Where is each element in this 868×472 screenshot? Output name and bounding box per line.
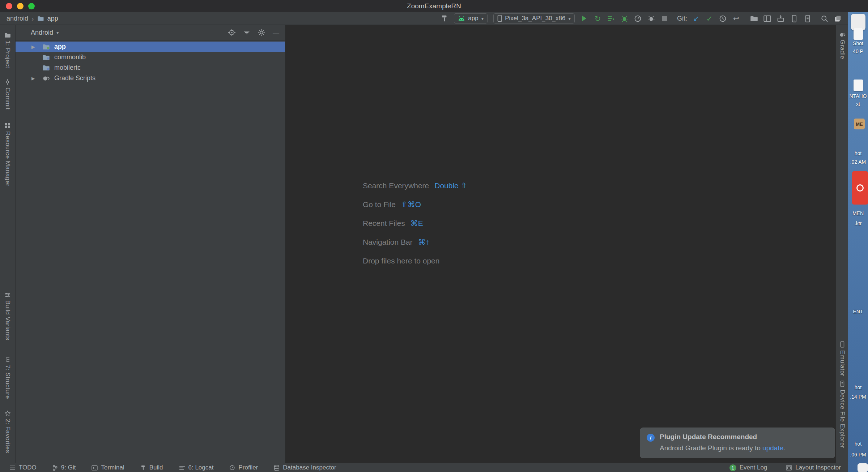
desktop-file-icon[interactable]	[854, 28, 863, 40]
breadcrumb-project[interactable]: android	[7, 15, 28, 22]
tool-stripe-build-variants[interactable]: Build Variants	[4, 292, 11, 340]
layout-editor-button[interactable]	[761, 13, 774, 24]
git-section-label: Git:	[677, 15, 687, 22]
desktop-app-icon[interactable]: ME	[854, 119, 865, 129]
project-panel-header: Android ▾ —	[16, 25, 285, 40]
android-studio-window: android › app app ▾ Pixel_	[0, 12, 848, 472]
profiler-tool-button[interactable]: Profiler	[229, 464, 258, 471]
tool-stripe-label: 7: Structure	[4, 365, 11, 399]
collapse-all-button[interactable]	[243, 29, 250, 36]
tree-row-gradle-scripts[interactable]: ▶ Gradle Scripts	[16, 73, 285, 83]
expand-arrow-icon[interactable]: ▶	[31, 76, 42, 81]
sdk-manager-button[interactable]	[774, 13, 787, 24]
project-tree: ▶ app commonlib	[16, 40, 285, 83]
tool-stripe-emulator[interactable]: Emulator	[839, 341, 846, 376]
tree-row-label: app	[54, 43, 66, 51]
build-hammer-icon[interactable]	[438, 13, 451, 24]
apply-code-changes-button[interactable]	[604, 13, 618, 24]
hide-panel-button[interactable]: —	[273, 29, 279, 37]
build-tool-button[interactable]: Build	[140, 464, 163, 471]
todo-tool-button[interactable]: TODO	[9, 464, 37, 471]
shortcut-line: Drop files here to open	[363, 252, 467, 270]
shortcut-keys: ⇧⌘O	[401, 200, 421, 209]
red-app-glyph	[856, 184, 864, 192]
device-file-explorer-button[interactable]	[801, 13, 814, 24]
breadcrumb: android › app	[7, 14, 58, 23]
logcat-icon	[179, 465, 185, 471]
breadcrumb-module[interactable]: app	[47, 15, 58, 22]
editor-area: Search Everywhere Double ⇧ Go to File ⇧⌘…	[285, 25, 836, 463]
desktop-file-label: hot	[848, 441, 868, 447]
tool-button-label: TODO	[19, 464, 37, 471]
project-folder-icon	[4, 32, 11, 38]
run-button[interactable]	[578, 13, 591, 24]
close-window-button[interactable]	[6, 3, 12, 9]
shortcut-line: Recent Files ⌘E	[363, 214, 467, 233]
apply-changes-button[interactable]: ↻	[591, 13, 604, 24]
tree-row-app[interactable]: ▶ app	[16, 42, 285, 52]
shortcut-keys: ⌘↑	[418, 238, 430, 246]
stop-button[interactable]	[658, 13, 671, 24]
tool-stripe-favorites[interactable]: 2: Favorites	[4, 411, 11, 453]
locate-file-button[interactable]	[228, 29, 235, 36]
debug-button[interactable]	[618, 13, 631, 24]
terminal-tool-button[interactable]: Terminal	[92, 464, 124, 471]
tool-button-label: Profiler	[238, 464, 258, 471]
structure-icon	[5, 357, 10, 362]
plugin-update-notification: i Plugin Update Recommended Android Grad…	[640, 428, 835, 458]
notification-period: .	[783, 444, 785, 452]
git-tool-button[interactable]: 9: Git	[52, 464, 76, 471]
shortcut-keys: Double ⇧	[434, 181, 467, 190]
desktop-file-icon[interactable]	[854, 80, 863, 91]
database-icon	[274, 465, 280, 471]
device-manager-button[interactable]	[787, 13, 801, 24]
minimize-window-button[interactable]	[17, 3, 24, 9]
tree-row-label: mobilertc	[54, 64, 81, 72]
zoom-window-button[interactable]	[28, 3, 35, 9]
profiler-button[interactable]	[631, 13, 644, 24]
build-variants-icon	[5, 292, 10, 298]
desktop-red-app-icon[interactable]	[852, 171, 868, 205]
logcat-tool-button[interactable]: 6: Logcat	[179, 464, 214, 471]
window-stack-icon[interactable]	[831, 13, 844, 24]
shortcut-label: Navigation Bar	[363, 238, 413, 246]
tool-stripe-label: 2: Favorites	[4, 419, 11, 453]
update-link[interactable]: update	[762, 444, 783, 452]
database-inspector-tool-button[interactable]: Database Inspector	[274, 464, 336, 471]
tool-stripe-resource-manager[interactable]: Resource Manager	[4, 123, 11, 186]
tool-stripe-structure[interactable]: 7: Structure	[4, 357, 11, 399]
tool-stripe-project[interactable]: 1: Project	[4, 32, 11, 68]
search-everywhere-button[interactable]	[818, 13, 831, 24]
run-configuration-select[interactable]: app ▾	[454, 13, 488, 23]
layout-inspector-button[interactable]: Layout Inspector	[786, 464, 841, 471]
android-robot-icon	[458, 16, 465, 21]
tool-stripe-gradle[interactable]: Gradle	[839, 32, 846, 59]
git-update-button[interactable]: ↙	[689, 13, 703, 24]
expand-arrow-icon[interactable]: ▶	[31, 44, 42, 50]
gradle-sync-button[interactable]	[747, 13, 761, 24]
shortcut-line: Navigation Bar ⌘↑	[363, 233, 467, 252]
layout-inspector-icon	[786, 465, 792, 471]
settings-gear-button[interactable]	[258, 29, 265, 36]
git-rollback-button[interactable]: ↩	[729, 13, 743, 24]
tool-button-label: 6: Logcat	[188, 464, 214, 471]
event-log-button[interactable]: 1 Event Log	[729, 464, 767, 471]
desktop-file-label: ENT	[848, 309, 868, 314]
status-bar-right: 1 Event Log Layout Inspector	[729, 464, 841, 471]
device-select[interactable]: Pixel_3a_API_30_x86 ▾	[493, 13, 575, 23]
desktop-widget-small	[858, 463, 868, 472]
tree-row-mobilertc[interactable]: mobilertc	[16, 63, 285, 73]
info-icon: i	[647, 434, 655, 442]
main-toolbar: android › app app ▾ Pixel_	[0, 12, 848, 25]
git-commit-button[interactable]: ✓	[703, 13, 716, 24]
ide-main-area: 1: Project Commit Resource Manager Build…	[0, 25, 848, 463]
attach-debugger-button[interactable]	[644, 13, 658, 24]
project-view-select[interactable]: Android ▾	[31, 29, 59, 37]
tool-stripe-device-file-explorer[interactable]: Device File Explorer	[839, 381, 846, 448]
tool-stripe-label: Emulator	[839, 350, 846, 376]
tool-stripe-commit[interactable]: Commit	[4, 79, 11, 110]
tree-row-commonlib[interactable]: commonlib	[16, 52, 285, 63]
notification-text: Android Gradle Plugin is ready to	[660, 444, 762, 452]
left-tool-stripe: 1: Project Commit Resource Manager Build…	[0, 25, 16, 463]
git-history-button[interactable]	[716, 13, 729, 24]
